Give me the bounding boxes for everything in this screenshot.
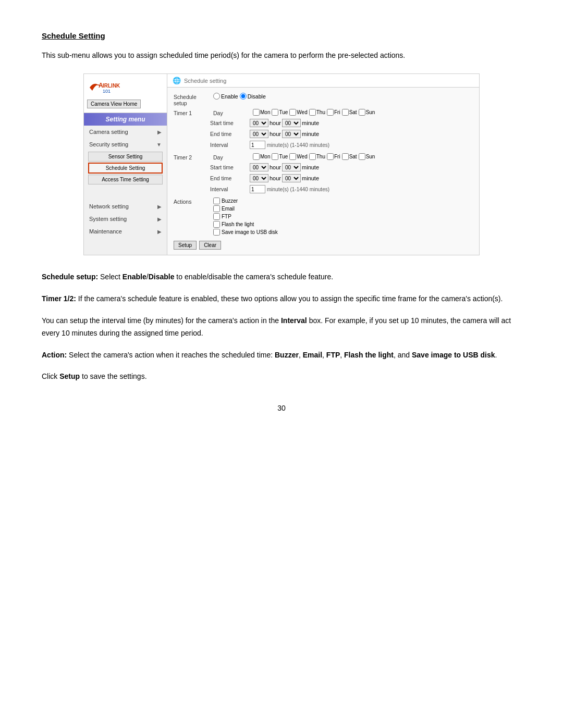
disable-radio[interactable] xyxy=(240,93,247,100)
setup-button[interactable]: Setup xyxy=(174,241,197,250)
actions-row: Actions Buzzer Email FTP xyxy=(174,198,473,237)
timer1-start-time: 00 hour 00 minute xyxy=(250,119,319,127)
timer1-tue[interactable]: Tue xyxy=(272,109,288,116)
timer1-interval-controls: minute(s) (1-1440 minutes) xyxy=(250,141,329,149)
flash-checkbox[interactable] xyxy=(213,221,220,228)
sidebar-item-network[interactable]: Network setting ▶ xyxy=(84,200,167,213)
timer1-end-label: End time xyxy=(210,130,247,137)
timer1-interval-label: Interval xyxy=(210,141,247,148)
timer2-label: Timer 2 xyxy=(174,153,210,161)
main-area: 🌐 Schedule setting Schedule setup Enable xyxy=(167,74,479,255)
sidebar-item-maintenance[interactable]: Maintenance ▶ xyxy=(84,225,167,238)
timer1-end-time: 00 hour 00 minute xyxy=(250,130,319,138)
timer2-end-min-select[interactable]: 00 xyxy=(282,174,301,182)
schedule-enable-controls: Enable Disable xyxy=(213,93,266,100)
timer2-start-hour-select[interactable]: 00 xyxy=(250,163,268,171)
timer2-sat[interactable]: Sat xyxy=(342,153,357,160)
timer2-interval-input[interactable] xyxy=(250,185,265,193)
timer2-tue[interactable]: Tue xyxy=(272,153,288,160)
timer2-thu[interactable]: Thu xyxy=(309,153,325,160)
enable-label: Enable xyxy=(221,93,238,100)
timer1-label: Timer 1 xyxy=(174,109,210,116)
usb-checkbox[interactable] xyxy=(213,229,220,236)
action-desc: Action: Select the camera's action when … xyxy=(42,349,521,362)
timer1-start-row: Start time 00 hour 00 minute xyxy=(210,119,473,127)
action-buzzer[interactable]: Buzzer xyxy=(213,198,278,204)
clear-button[interactable]: Clear xyxy=(199,241,221,250)
timer1-thu[interactable]: Thu xyxy=(309,109,325,116)
disable-label: Disable xyxy=(248,93,266,100)
timer2-end-hour-select[interactable]: 00 xyxy=(250,174,268,182)
logo-area: A IRLINK 101 Camera View Home xyxy=(84,74,167,113)
timer1-interval-hint: minute(s) (1-1440 minutes) xyxy=(267,142,329,148)
timer2-day-label: Day xyxy=(213,153,250,161)
timer1-sat[interactable]: Sat xyxy=(342,109,357,116)
timer1-day-checkboxes: Mon Tue Wed Thu Fri Sat Sun xyxy=(253,109,375,116)
timer2-day-row: Timer 2 Day Mon Tue Wed Thu Fri Sat Sun xyxy=(174,153,473,161)
timer1-end-row: End time 00 hour 00 minute xyxy=(210,130,473,138)
timer1-end-min-select[interactable]: 00 xyxy=(282,130,301,138)
sidebar: A IRLINK 101 Camera View Home Setting me… xyxy=(84,74,167,255)
intro-paragraph: This sub-menu allows you to assign sched… xyxy=(42,50,521,61)
action-ftp[interactable]: FTP xyxy=(213,213,278,220)
timer1-mon[interactable]: Mon xyxy=(253,109,270,116)
action-email[interactable]: Email xyxy=(213,205,278,212)
timer1-end-hour-select[interactable]: 00 xyxy=(250,130,268,138)
maintenance-arrow-icon: ▶ xyxy=(157,229,162,235)
timer2-day-checkboxes: Mon Tue Wed Thu Fri Sat Sun xyxy=(253,153,375,160)
svg-text:IRLINK: IRLINK xyxy=(103,83,120,89)
timer2-start-row: Start time 00 hour 00 minute xyxy=(210,163,473,171)
buzzer-checkbox[interactable] xyxy=(213,198,220,204)
network-arrow-icon: ▶ xyxy=(157,204,162,209)
timer1-day-label: Day xyxy=(213,109,250,116)
timer2-start-min-select[interactable]: 00 xyxy=(282,163,301,171)
schedule-setup-row: Schedule setup Enable Disable xyxy=(174,93,473,106)
sidebar-item-system[interactable]: System setting ▶ xyxy=(84,213,167,225)
timer1-wed[interactable]: Wed xyxy=(289,109,307,116)
ftp-label: FTP xyxy=(222,214,231,219)
sidebar-item-security[interactable]: Security setting ▼ xyxy=(84,138,167,151)
timer1-interval-row: Interval minute(s) (1-1440 minutes) xyxy=(210,141,473,149)
network-setting-label: Network setting xyxy=(89,203,129,209)
header-title: Schedule setting xyxy=(184,78,226,84)
disable-radio-label[interactable]: Disable xyxy=(240,93,266,100)
timer2-mon[interactable]: Mon xyxy=(253,153,270,160)
email-checkbox[interactable] xyxy=(213,205,220,212)
sensor-setting-btn[interactable]: Sensor Setting xyxy=(88,152,163,162)
timer2-interval-hint: minute(s) (1-1440 minutes) xyxy=(267,187,329,192)
timer1-start-min-select[interactable]: 00 xyxy=(282,119,301,127)
form-buttons: Setup Clear xyxy=(174,241,473,250)
sidebar-item-camera[interactable]: Camera setting ▶ xyxy=(84,126,167,138)
timer1-sun[interactable]: Sun xyxy=(359,109,375,116)
maintenance-label: Maintenance xyxy=(89,228,122,235)
timer2-end-time: 00 hour 00 minute xyxy=(250,174,319,182)
form-body: Schedule setup Enable Disable xyxy=(167,88,479,255)
timer1-interval-input[interactable] xyxy=(250,141,265,149)
security-arrow-icon: ▼ xyxy=(156,142,162,147)
action-usb[interactable]: Save image to USB disk xyxy=(213,229,278,236)
timer2-end-label: End time xyxy=(210,174,247,181)
timer1-start-label: Start time xyxy=(210,119,247,126)
buzzer-label: Buzzer xyxy=(222,198,238,204)
setting-menu-header: Setting menu xyxy=(84,113,167,126)
page-number: 30 xyxy=(42,404,521,412)
timer2-wed[interactable]: Wed xyxy=(289,153,307,160)
enable-radio[interactable] xyxy=(213,93,220,100)
schedule-setup-desc: Schedule setup: Select Enable/Disable to… xyxy=(42,271,521,283)
timer2-interval-row: Interval minute(s) (1-1440 minutes) xyxy=(210,185,473,193)
timer1-fri[interactable]: Fri xyxy=(327,109,340,116)
timer2-start-label: Start time xyxy=(210,163,247,170)
timer2-start-time: 00 hour 00 minute xyxy=(250,163,319,171)
schedule-setting-btn[interactable]: Schedule Setting xyxy=(88,163,163,174)
enable-radio-label[interactable]: Enable xyxy=(213,93,238,100)
timer1-start-hour-select[interactable]: 00 xyxy=(250,119,268,127)
access-time-setting-btn[interactable]: Access Time Setting xyxy=(88,175,163,184)
timer2-sun[interactable]: Sun xyxy=(359,153,375,160)
ftp-checkbox[interactable] xyxy=(213,213,220,220)
timer2-fri[interactable]: Fri xyxy=(327,153,340,160)
camera-view-btn[interactable]: Camera View Home xyxy=(87,100,141,108)
system-setting-label: System setting xyxy=(89,216,127,222)
email-label: Email xyxy=(222,206,235,212)
timer2-block: Timer 2 Day Mon Tue Wed Thu Fri Sat Sun xyxy=(174,153,473,193)
action-flash[interactable]: Flash the light xyxy=(213,221,278,228)
